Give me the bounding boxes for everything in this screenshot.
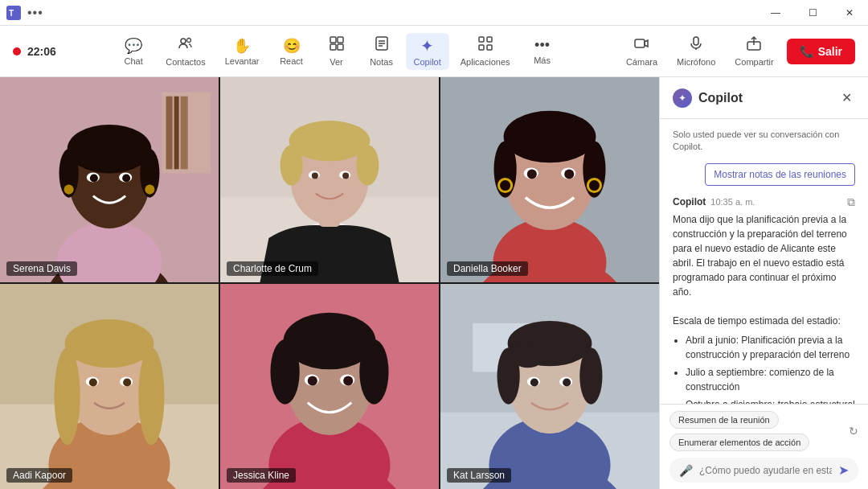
camera-label: Cámara [626,57,657,67]
chat-icon: 💬 [125,37,142,55]
suggestion-buttons: Resumen de la reunión Enumerar elementos… [669,411,845,451]
svg-point-80 [270,339,299,405]
toolbar-contacts[interactable]: Contactos [158,32,214,70]
list-item-3: Octubre a diciembre: trabajo estructural [686,397,855,404]
privacy-note: Solo usted puede ver su conversación con… [673,129,855,154]
svg-point-100 [530,378,538,386]
svg-point-58 [564,169,574,179]
svg-point-25 [68,125,152,173]
svg-point-53 [493,141,516,198]
svg-rect-13 [635,39,645,47]
msg-header: Copilot 10:35 a. m. ⧉ [673,195,855,209]
close-button[interactable]: ✕ [831,0,868,26]
notes-icon [374,35,390,55]
svg-point-3 [186,39,190,43]
svg-point-41 [280,145,303,185]
svg-point-86 [343,376,353,385]
suggestion-action-items-button[interactable]: Enumerar elementos de acción [669,434,809,451]
svg-point-32 [64,185,74,195]
toolbar-apps[interactable]: Aplicaciones [452,32,518,70]
svg-point-101 [563,378,571,386]
copilot-toolbar-icon: ✦ [420,36,434,55]
copilot-footer: Resumen de la reunión Enumerar elementos… [660,404,868,489]
svg-point-33 [145,185,154,195]
minimize-button[interactable]: — [757,0,794,26]
svg-rect-14 [694,37,698,45]
share-button[interactable]: Compartir [728,32,780,70]
chat-label: Chat [125,56,143,66]
toolbar-react[interactable]: 😊 React [271,34,313,69]
svg-rect-11 [479,45,484,50]
toolbar-notes[interactable]: Notas [361,32,403,70]
participant-video-aadi [0,284,219,489]
msg-time: 10:35 a. m. [710,197,755,207]
svg-point-96 [579,347,602,405]
apps-label: Aplicaciones [461,57,510,67]
copilot-body: Solo usted puede ver su conversación con… [660,119,868,404]
svg-rect-20 [181,97,188,170]
more-icon: ••• [534,37,550,54]
camera-button[interactable]: Cámara [620,32,664,70]
show-notes-button[interactable]: Mostrar notas de las reuniones [705,163,855,186]
video-cell-aadi: Aadi Kapoor [0,284,219,489]
copilot-message: Copilot 10:35 a. m. ⧉ Mona dijo que la p… [673,195,855,404]
copilot-close-button[interactable]: ✕ [838,87,855,109]
participant-name-kat: Kat Larsson [447,468,511,483]
copy-message-button[interactable]: ⧉ [847,195,855,209]
raise-hand-label: Levantar [225,56,260,66]
camera-icon [633,35,649,55]
toolbar-copilot[interactable]: ✦ Copilot [406,33,449,70]
view-label: Ver [330,57,343,67]
msg-body: Mona dijo que la planificación previa a … [673,212,855,404]
svg-rect-10 [487,37,492,42]
copilot-input-row: 🎤 ➤ [669,458,858,483]
participant-video-charlotte [220,77,439,282]
svg-point-82 [297,315,362,347]
video-cell-jessica: Jessica Kline [220,284,439,489]
video-cell-kat: Kat Larsson [440,284,659,489]
toolbar-chat[interactable]: 💬 Chat [113,34,154,69]
toolbar-more[interactable]: ••• Más [522,34,563,68]
phone-icon: 📞 [800,45,813,58]
input-mic-button[interactable]: 🎤 [679,464,693,477]
refresh-suggestions-button[interactable]: ↻ [849,425,858,438]
list-item-2: Julio a septiembre: comienzo de la const… [686,365,855,394]
video-cell-serena: Serena Davis [0,77,219,282]
svg-point-72 [89,378,97,386]
svg-rect-4 [330,37,336,43]
copilot-sparkle-icon: ✦ [678,92,686,104]
video-cell-daniella: Daniella Booker [440,77,659,282]
copilot-panel: ✦ Copilot ✕ Solo usted puede ver su conv… [659,77,868,489]
microphone-label: Micrófono [677,57,715,67]
react-icon: 😊 [283,37,301,55]
raise-hand-icon: ✋ [233,37,251,55]
share-icon [746,35,762,55]
msg-list-title: Escala de tiempo estimada del estadio: [673,315,841,327]
suggestion-row: Resumen de la reunión Enumerar elementos… [669,411,858,451]
share-label: Compartir [735,57,773,67]
list-item-1: Abril a junio: Planificación previa a la… [686,333,855,362]
microphone-button[interactable]: Micrófono [670,32,722,70]
title-bar-menu[interactable]: ••• [27,6,43,20]
svg-point-97 [512,343,544,368]
svg-point-54 [583,141,605,198]
toolbar: 22:06 💬 Chat Contactos ✋ Levantar 😊 Reac… [0,26,868,77]
participant-name-serena: Serena Davis [6,261,77,276]
toolbar-view[interactable]: Ver [316,32,358,70]
msg-list: Abril a junio: Planificación previa a la… [686,333,855,404]
copilot-title: Copilot [698,91,743,105]
more-label: Más [534,55,551,65]
contacts-label: Contactos [166,57,206,67]
maximize-button[interactable]: ☐ [794,0,831,26]
toolbar-raise-hand[interactable]: ✋ Levantar [217,34,268,69]
suggestion-summary-button[interactable]: Resumen de la reunión [669,411,779,429]
participant-video-kat [440,284,659,489]
svg-rect-19 [174,97,179,170]
svg-rect-18 [166,97,173,170]
svg-point-67 [65,319,154,368]
participant-name-charlotte: Charlotte de Crum [227,261,318,276]
copilot-input[interactable] [699,465,832,476]
leave-button[interactable]: 📞 Salir [787,39,855,64]
participant-name-aadi: Aadi Kapoor [6,468,72,483]
send-button[interactable]: ➤ [838,462,849,478]
